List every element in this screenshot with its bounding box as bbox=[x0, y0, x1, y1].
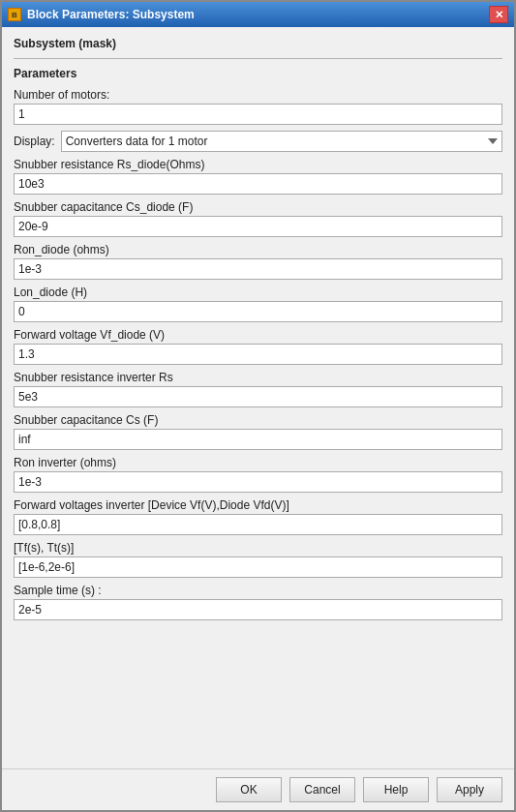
input-fv-inv[interactable] bbox=[14, 514, 502, 535]
field-cs-diode: Snubber capacitance Cs_diode (F) bbox=[14, 200, 502, 237]
divider-1 bbox=[14, 58, 502, 59]
input-num-motors[interactable] bbox=[14, 104, 502, 125]
label-cs: Snubber capacitance Cs (F) bbox=[14, 413, 502, 427]
field-num-motors: Number of motors: bbox=[14, 88, 502, 125]
input-vf-diode[interactable] bbox=[14, 344, 502, 365]
input-rs-inv[interactable] bbox=[14, 386, 502, 407]
label-num-motors: Number of motors: bbox=[14, 88, 502, 102]
field-rs-inv: Snubber resistance inverter Rs bbox=[14, 371, 502, 407]
title-bar: B Block Parameters: Subsystem ✕ bbox=[2, 2, 514, 27]
title-bar-left: B Block Parameters: Subsystem bbox=[8, 8, 195, 21]
label-rs-diode: Snubber resistance Rs_diode(Ohms) bbox=[14, 158, 502, 171]
input-cs-diode[interactable] bbox=[14, 216, 502, 237]
ok-button[interactable]: OK bbox=[216, 777, 282, 802]
label-lon-diode: Lon_diode (H) bbox=[14, 286, 502, 299]
label-vf-diode: Forward voltage Vf_diode (V) bbox=[14, 328, 502, 342]
field-cs: Snubber capacitance Cs (F) bbox=[14, 413, 502, 450]
label-cs-diode: Snubber capacitance Cs_diode (F) bbox=[14, 200, 502, 214]
help-button[interactable]: Help bbox=[363, 777, 429, 802]
field-sample-time: Sample time (s) : bbox=[14, 584, 502, 620]
input-rs-diode[interactable] bbox=[14, 173, 502, 195]
cancel-button[interactable]: Cancel bbox=[289, 777, 355, 802]
window-icon: B bbox=[8, 8, 21, 21]
button-bar: OK Cancel Help Apply bbox=[2, 768, 514, 810]
display-row: Display: Converters data for 1 motor Con… bbox=[14, 131, 502, 152]
close-button[interactable]: ✕ bbox=[489, 6, 508, 23]
apply-button[interactable]: Apply bbox=[437, 777, 502, 802]
field-fv-inv: Forward voltages inverter [Device Vf(V),… bbox=[14, 498, 502, 535]
label-tf-tt: [Tf(s), Tt(s)] bbox=[14, 541, 502, 555]
label-fv-inv: Forward voltages inverter [Device Vf(V),… bbox=[14, 498, 502, 512]
field-lon-diode: Lon_diode (H) bbox=[14, 286, 502, 322]
label-rs-inv: Snubber resistance inverter Rs bbox=[14, 371, 502, 384]
label-ron-inv: Ron inverter (ohms) bbox=[14, 456, 502, 469]
label-sample-time: Sample time (s) : bbox=[14, 584, 502, 597]
input-ron-diode[interactable] bbox=[14, 258, 502, 280]
label-ron-diode: Ron_diode (ohms) bbox=[14, 243, 502, 256]
scroll-area: Subsystem (mask) Parameters Number of mo… bbox=[2, 27, 514, 768]
display-label: Display: bbox=[14, 135, 55, 148]
content-area: Subsystem (mask) Parameters Number of mo… bbox=[2, 27, 514, 810]
section-title: Subsystem (mask) bbox=[14, 37, 502, 50]
window-title: Block Parameters: Subsystem bbox=[27, 8, 195, 21]
display-select[interactable]: Converters data for 1 motor Converters d… bbox=[61, 131, 502, 152]
field-tf-tt: [Tf(s), Tt(s)] bbox=[14, 541, 502, 578]
params-label: Parameters bbox=[14, 67, 502, 80]
input-sample-time[interactable] bbox=[14, 599, 502, 620]
input-lon-diode[interactable] bbox=[14, 301, 502, 322]
input-cs[interactable] bbox=[14, 429, 502, 450]
input-tf-tt[interactable] bbox=[14, 556, 502, 578]
input-ron-inv[interactable] bbox=[14, 471, 502, 493]
block-parameters-window: B Block Parameters: Subsystem ✕ Subsyste… bbox=[0, 0, 516, 812]
field-rs-diode: Snubber resistance Rs_diode(Ohms) bbox=[14, 158, 502, 195]
field-vf-diode: Forward voltage Vf_diode (V) bbox=[14, 328, 502, 365]
field-ron-diode: Ron_diode (ohms) bbox=[14, 243, 502, 280]
field-ron-inv: Ron inverter (ohms) bbox=[14, 456, 502, 493]
